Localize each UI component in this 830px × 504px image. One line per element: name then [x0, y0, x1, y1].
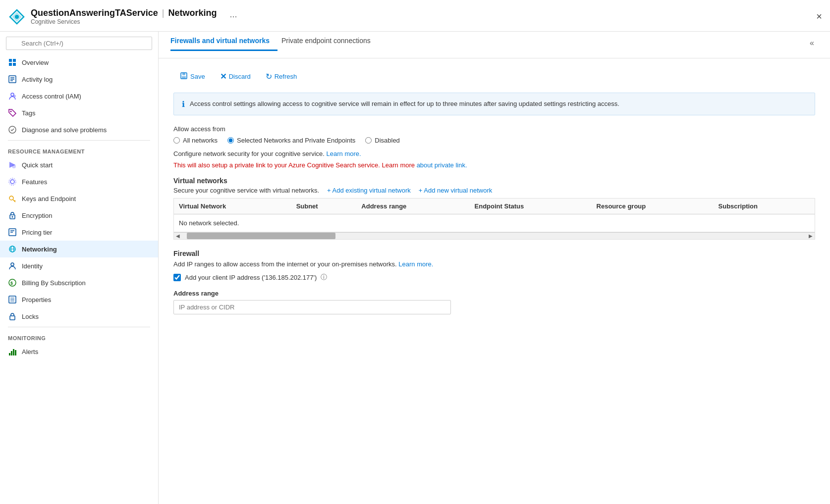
vn-subtitle-text: Secure your cognitive service with virtu… [173, 187, 319, 194]
table-header-row: Virtual Network Subnet Address range End… [174, 199, 815, 214]
collapse-sidebar-button[interactable]: « [808, 37, 816, 50]
search-input[interactable] [6, 37, 152, 50]
app-logo [8, 8, 26, 26]
svg-rect-2 [9, 59, 12, 62]
sidebar-item-locks[interactable]: Locks [0, 308, 158, 325]
properties-icon [8, 295, 17, 304]
col-resource-group: Resource group [592, 199, 714, 214]
sidebar-item-access-control[interactable]: Access control (IAM) [0, 88, 158, 104]
sidebar-label-access-control: Access control (IAM) [22, 93, 81, 100]
radio-selected-networks-input[interactable] [227, 137, 234, 144]
sidebar-item-encryption[interactable]: Encryption [0, 207, 158, 224]
discard-button[interactable]: ✕ Discard [214, 68, 257, 85]
more-menu-icon[interactable]: ··· [229, 11, 237, 22]
sidebar-item-alerts[interactable]: Alerts [0, 343, 158, 360]
header-subtitle: Cognitive Services [31, 18, 217, 25]
radio-disabled-input[interactable] [365, 137, 372, 144]
sidebar-item-identity[interactable]: Identity [0, 257, 158, 274]
info-box-text: Access control settings allowing access … [190, 99, 619, 109]
private-link-link[interactable]: about private link. [417, 161, 467, 169]
address-range-input[interactable] [173, 300, 451, 314]
svg-rect-4 [9, 63, 12, 66]
tab-private-endpoints[interactable]: Private endpoint connections [281, 32, 379, 51]
locks-icon [8, 312, 17, 321]
close-icon[interactable]: × [816, 11, 822, 22]
svg-rect-40 [182, 76, 186, 78]
address-range-label: Address range [173, 290, 815, 297]
svg-rect-34 [9, 353, 10, 355]
encryption-icon [8, 211, 17, 220]
allow-access-label: Allow access from [173, 125, 815, 133]
add-new-vn-link[interactable]: + Add new virtual network [419, 187, 493, 194]
sidebar-item-billing[interactable]: $ Billing By Subscription [0, 274, 158, 291]
pricing-tier-icon [8, 228, 17, 237]
header: QuestionAnsweringTAService | Networking … [0, 0, 830, 32]
sidebar-item-diagnose[interactable]: Diagnose and solve problems [0, 121, 158, 138]
sidebar-label-pricing-tier: Pricing tier [22, 229, 52, 236]
identity-icon [8, 261, 17, 270]
radio-all-networks-input[interactable] [173, 137, 180, 144]
add-client-ip-checkbox[interactable] [173, 274, 181, 281]
radio-group-access: All networks Selected Networks and Priva… [173, 137, 815, 144]
access-control-icon [8, 92, 17, 101]
sidebar-item-overview[interactable]: Overview [0, 54, 158, 71]
sidebar-label-billing: Billing By Subscription [22, 279, 86, 287]
separator: | [162, 8, 165, 18]
sidebar-item-quick-start[interactable]: Quick start [0, 156, 158, 173]
add-existing-vn-link[interactable]: + Add existing virtual network [327, 187, 411, 194]
radio-disabled[interactable]: Disabled [365, 137, 400, 144]
radio-selected-networks-label: Selected Networks and Private Endpoints [237, 137, 355, 144]
sidebar-nav: Overview Activity log Access control (IA… [0, 54, 158, 504]
radio-all-networks[interactable]: All networks [173, 137, 218, 144]
svg-rect-5 [13, 63, 16, 66]
sidebar-item-features[interactable]: Features [0, 173, 158, 190]
sidebar-label-activity-log: Activity log [22, 76, 53, 83]
private-link-text: This will also setup a private link to y… [173, 161, 815, 169]
svg-point-11 [14, 95, 16, 97]
firewall-learn-more-link[interactable]: Learn more. [398, 260, 433, 268]
table-scrollbar[interactable]: ◀ ▶ [174, 232, 815, 239]
sidebar-item-tags[interactable]: Tags [0, 104, 158, 121]
quick-start-icon [8, 160, 17, 169]
info-icon: ℹ [182, 100, 185, 109]
sidebar-section-resource-management: RESOURCE MANAGEMENT [0, 143, 158, 156]
header-title-block: QuestionAnsweringTAService | Networking … [31, 8, 217, 25]
save-button[interactable]: Save [173, 68, 212, 85]
private-link-desc: This will also setup a private link to y… [173, 161, 415, 169]
sidebar-item-properties[interactable]: Properties [0, 291, 158, 308]
keys-icon [8, 194, 17, 203]
svg-point-17 [9, 178, 16, 185]
learn-more-link[interactable]: Learn more. [327, 150, 361, 157]
refresh-button[interactable]: ↻ Refresh [259, 68, 304, 85]
sidebar: 🔍 Overview Activity log [0, 32, 159, 504]
sidebar-divider-1 [8, 140, 150, 141]
scroll-track[interactable] [182, 233, 807, 239]
sidebar-item-keys[interactable]: Keys and Endpoint [0, 190, 158, 207]
svg-rect-39 [182, 73, 185, 75]
alerts-icon [8, 347, 17, 356]
virtual-networks-table: Virtual Network Subnet Address range End… [174, 199, 815, 232]
radio-all-networks-label: All networks [183, 137, 218, 144]
col-address-range: Address range [356, 199, 469, 214]
sidebar-item-activity-log[interactable]: Activity log [0, 71, 158, 88]
svg-point-16 [10, 180, 14, 184]
table-empty-message: No network selected. [174, 214, 815, 232]
scroll-right-button[interactable]: ▶ [807, 233, 815, 240]
svg-point-20 [12, 216, 13, 218]
checkbox-row-client-ip: Add your client IP address ('136.185.202… [173, 273, 815, 282]
sidebar-item-networking[interactable]: Networking [0, 241, 158, 257]
col-subnet: Subnet [291, 199, 357, 214]
svg-text:$: $ [10, 281, 13, 286]
sidebar-label-quick-start: Quick start [22, 161, 53, 169]
tab-firewalls[interactable]: Firewalls and virtual networks [170, 32, 277, 51]
scroll-left-button[interactable]: ◀ [174, 233, 182, 240]
save-label: Save [190, 73, 205, 80]
billing-icon: $ [8, 278, 17, 287]
client-ip-info-icon[interactable]: ⓘ [321, 273, 327, 282]
svg-point-1 [15, 15, 19, 19]
radio-selected-networks[interactable]: Selected Networks and Private Endpoints [227, 137, 355, 144]
sidebar-item-pricing-tier[interactable]: Pricing tier [0, 224, 158, 241]
tags-icon [8, 108, 17, 117]
table-empty-row: No network selected. [174, 214, 815, 232]
configure-text: Configure network security for your cogn… [173, 150, 325, 157]
